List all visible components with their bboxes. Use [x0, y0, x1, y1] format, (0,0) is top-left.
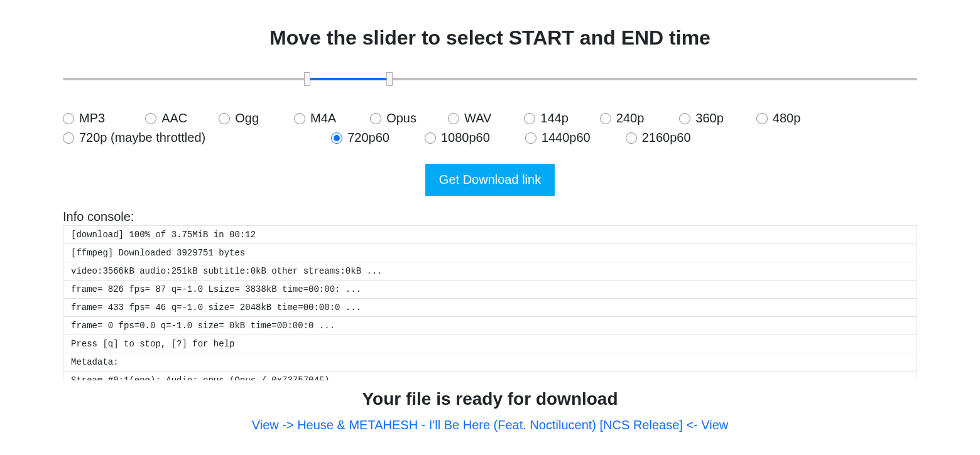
format-label-144p: 144p [540, 111, 569, 126]
format-option-240p[interactable]: 240p [600, 111, 645, 126]
format-option-1440p60[interactable]: 1440p60 [525, 131, 591, 145]
console-line: frame= 0 fps=0.0 q=-1.0 size= 0kB time=0… [63, 317, 917, 335]
format-label-240p: 240p [616, 111, 645, 126]
format-option-2160p60[interactable]: 2160p60 [626, 131, 691, 145]
format-radio-720p-maybe[interactable] [63, 132, 74, 144]
format-label-mp3: MP3 [79, 111, 105, 126]
format-option-mp3[interactable]: MP3 [63, 111, 105, 126]
format-label-opus: Opus [386, 111, 416, 126]
console-line: frame= 433 fps= 46 q=-1.0 size= 2048kB t… [63, 299, 917, 317]
format-radio-2160p60[interactable] [626, 132, 637, 144]
format-label-720p-maybe: 720p (maybe throttled) [79, 131, 205, 145]
format-label-wav: WAV [464, 111, 491, 126]
console-line: video:3566kB audio:251kB subtitle:0kB ot… [63, 262, 917, 281]
format-radio-group: MP3AACOggM4AOpusWAV144p240p360p480p720p … [63, 111, 917, 150]
format-option-720p-maybe[interactable]: 720p (maybe throttled) [63, 131, 205, 145]
format-label-aac: AAC [161, 111, 187, 126]
format-label-m4a: M4A [310, 111, 336, 126]
console-line: [ffmpeg] Downloaded 3929751 bytes [63, 244, 917, 262]
get-download-link-button[interactable]: Get Download link [425, 164, 555, 196]
slider-handle-end[interactable] [386, 72, 393, 86]
format-option-opus[interactable]: Opus [370, 111, 416, 126]
format-radio-mp3[interactable] [63, 113, 74, 124]
format-label-ogg: Ogg [235, 111, 259, 126]
format-radio-1080p60[interactable] [425, 132, 436, 144]
slider-handle-start[interactable] [304, 72, 310, 86]
format-option-360p[interactable]: 360p [679, 111, 724, 126]
slider-selected-range [307, 78, 389, 80]
format-radio-360p[interactable] [679, 113, 690, 124]
console-line: Metadata: [63, 353, 917, 372]
format-radio-wav[interactable] [448, 113, 459, 124]
format-radio-1440p60[interactable] [525, 132, 536, 144]
format-radio-720p60[interactable] [331, 132, 342, 144]
format-radio-144p[interactable] [524, 113, 535, 124]
file-ready-heading: Your file is ready for download [63, 389, 917, 409]
console-line: frame= 826 fps= 87 q=-1.0 Lsize= 3838kB … [63, 281, 917, 299]
format-option-wav[interactable]: WAV [448, 111, 491, 126]
format-radio-aac[interactable] [145, 113, 156, 124]
console-line: Press [q] to stop, [?] for help [63, 335, 917, 353]
format-option-m4a[interactable]: M4A [294, 111, 336, 126]
info-console[interactable]: [download] 100% of 3.75MiB in 00:12[ffmp… [63, 225, 917, 380]
format-radio-m4a[interactable] [294, 113, 305, 124]
console-line: [download] 100% of 3.75MiB in 00:12 [63, 226, 917, 244]
format-label-360p: 360p [695, 111, 724, 126]
console-line: Stream #0:1(eng): Audio: opus (Opus / 0x… [63, 372, 917, 380]
download-file-link[interactable]: View -> Heuse & METAHESH - I'll Be Here … [252, 418, 729, 432]
format-option-ogg[interactable]: Ogg [219, 111, 259, 126]
format-label-480p: 480p [773, 111, 801, 126]
format-option-480p[interactable]: 480p [756, 111, 801, 126]
time-range-slider[interactable] [63, 72, 917, 86]
slider-track [63, 78, 917, 80]
format-option-aac[interactable]: AAC [145, 111, 187, 126]
slider-heading: Move the slider to select START and END … [63, 26, 917, 50]
format-label-1440p60: 1440p60 [542, 131, 591, 145]
format-option-1080p60[interactable]: 1080p60 [425, 131, 490, 145]
info-console-label: Info console: [63, 210, 917, 224]
format-option-720p60[interactable]: 720p60 [331, 131, 389, 145]
format-label-720p60: 720p60 [347, 131, 389, 145]
format-radio-ogg[interactable] [219, 113, 230, 124]
format-label-2160p60: 2160p60 [642, 131, 691, 145]
format-radio-opus[interactable] [370, 113, 381, 124]
format-label-1080p60: 1080p60 [441, 131, 490, 145]
format-option-144p[interactable]: 144p [524, 111, 569, 126]
format-radio-480p[interactable] [756, 113, 768, 124]
format-radio-240p[interactable] [600, 113, 611, 124]
